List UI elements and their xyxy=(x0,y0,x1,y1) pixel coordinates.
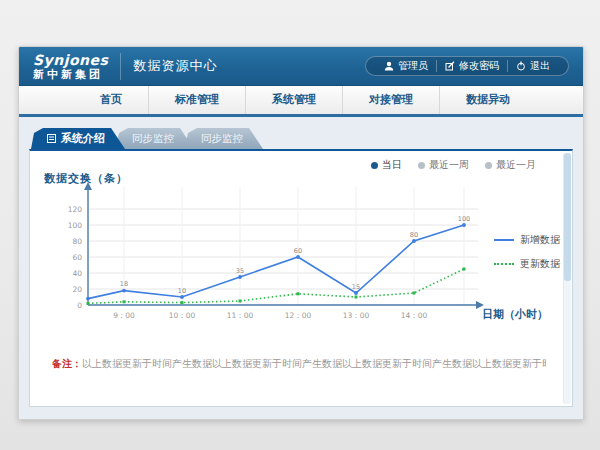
solid-line-swatch xyxy=(494,239,514,241)
data-point xyxy=(86,297,90,301)
data-point xyxy=(412,239,416,243)
legend-item-update-data[interactable]: 更新数据 xyxy=(494,257,560,271)
tab-label: 同步监控 xyxy=(132,128,174,149)
tab-sync-monitor-2[interactable]: 同步监控 xyxy=(185,128,263,149)
user-name: 管理员 xyxy=(398,59,428,73)
y-tick-label: 100 xyxy=(68,221,83,230)
nav-item-interface-mgmt[interactable]: 对接管理 xyxy=(342,86,439,114)
footnote: 备注：以上数据更新于时间产生数据以上数据更新于时间产生数据以上数据更新于时间产生… xyxy=(52,357,546,371)
tab-bar: 系统介绍 同步监控 同步监控 xyxy=(31,128,263,149)
app-title: 数据资源中心 xyxy=(133,57,217,75)
nav-item-data-change[interactable]: 数据异动 xyxy=(439,86,536,114)
radio-today[interactable]: 当日 xyxy=(371,158,402,172)
data-point xyxy=(462,223,466,227)
data-point-label: 100 xyxy=(458,215,470,223)
app-window: Synjones 新中新集团 数据资源中心 管理员 修改密码 xyxy=(18,46,584,420)
data-point-label: 15 xyxy=(352,283,360,291)
data-point xyxy=(297,292,300,295)
data-point-label: 80 xyxy=(410,231,418,239)
data-point xyxy=(180,295,184,299)
y-tick-label: 20 xyxy=(72,285,82,294)
x-axis-title: 日期（小时） xyxy=(482,307,548,322)
radio-last-week[interactable]: 最近一周 xyxy=(418,158,469,172)
scrollbar-thumb[interactable] xyxy=(564,153,571,281)
logo-text: Synjones xyxy=(33,53,108,67)
footnote-prefix: 备注： xyxy=(52,358,82,369)
nav-item-standard-mgmt[interactable]: 标准管理 xyxy=(148,86,245,114)
line-chart: 0204060801001209 : 0010 : 0011 : 0012 : … xyxy=(32,181,532,327)
y-axis-arrow xyxy=(84,182,92,190)
nav-item-home[interactable]: 首页 xyxy=(74,86,148,114)
radio-label: 最近一月 xyxy=(496,158,536,172)
footnote-text: 以上数据更新于时间产生数据以上数据更新于时间产生数据以上数据更新于时间产生数据以… xyxy=(82,358,546,369)
data-point xyxy=(122,289,126,293)
edit-icon xyxy=(445,61,455,71)
x-tick-label: 10 : 00 xyxy=(169,311,196,320)
dotted-line-swatch xyxy=(494,263,514,265)
x-tick-label: 14 : 00 xyxy=(401,311,428,320)
content-area: 系统介绍 同步监控 同步监控 当日 最近一周 xyxy=(19,117,583,420)
y-tick-label: 0 xyxy=(77,301,82,310)
data-point-label: 60 xyxy=(294,247,302,255)
x-tick-label: 12 : 00 xyxy=(285,311,312,320)
line-chart-svg: 0204060801001209 : 0010 : 0011 : 0012 : … xyxy=(32,181,532,327)
radio-label: 当日 xyxy=(382,158,402,172)
logout-label: 退出 xyxy=(530,59,550,73)
x-tick-label: 11 : 00 xyxy=(227,311,254,320)
user-icon xyxy=(384,61,394,71)
data-point xyxy=(87,302,90,305)
nav-item-system-mgmt[interactable]: 系统管理 xyxy=(245,86,342,114)
tab-sync-monitor-1[interactable]: 同步监控 xyxy=(116,128,194,149)
data-point xyxy=(413,292,416,295)
data-point xyxy=(239,300,242,303)
data-point xyxy=(238,275,242,279)
logo-subtext: 新中新集团 xyxy=(33,69,108,80)
legend-item-new-data[interactable]: 新增数据 xyxy=(494,233,560,247)
legend-label: 更新数据 xyxy=(520,257,560,271)
scrollbar[interactable] xyxy=(563,153,571,404)
chart-panel: 当日 最近一周 最近一月 数据交换（条） 0204060801001209 : … xyxy=(29,149,573,407)
chart-legend: 新增数据 更新数据 xyxy=(494,233,560,271)
data-point xyxy=(355,296,358,299)
radio-unselected-icon xyxy=(485,162,492,169)
x-tick-label: 13 : 00 xyxy=(343,311,370,320)
change-password-label: 修改密码 xyxy=(459,59,499,73)
x-tick-label: 9 : 00 xyxy=(113,311,135,320)
change-password-button[interactable]: 修改密码 xyxy=(437,59,507,73)
legend-label: 新增数据 xyxy=(520,233,560,247)
radio-unselected-icon xyxy=(418,162,425,169)
data-point-label: 35 xyxy=(236,267,244,275)
power-icon xyxy=(516,61,526,71)
series-line xyxy=(88,269,464,303)
time-range-filter: 当日 最近一周 最近一月 xyxy=(371,158,536,172)
user-toolbar: 管理员 修改密码 退出 xyxy=(365,56,569,76)
series-line xyxy=(88,225,464,299)
data-point-label: 10 xyxy=(178,287,186,295)
y-tick-label: 60 xyxy=(72,253,82,262)
logout-button[interactable]: 退出 xyxy=(508,59,558,73)
data-point xyxy=(296,255,300,259)
user-menu-button[interactable]: 管理员 xyxy=(376,59,436,73)
data-point xyxy=(354,291,358,295)
y-tick-label: 40 xyxy=(72,269,82,278)
y-tick-label: 120 xyxy=(68,205,83,214)
radio-label: 最近一周 xyxy=(429,158,469,172)
app-header: Synjones 新中新集团 数据资源中心 管理员 修改密码 xyxy=(19,47,583,86)
form-icon xyxy=(47,134,56,143)
y-tick-label: 80 xyxy=(72,237,82,246)
radio-selected-icon xyxy=(371,162,378,169)
data-point-label: 18 xyxy=(120,280,128,288)
main-nav: 首页 标准管理 系统管理 对接管理 数据异动 xyxy=(19,86,583,117)
data-point xyxy=(123,300,126,303)
data-point xyxy=(463,268,466,271)
logo: Synjones 新中新集团 xyxy=(33,53,121,80)
data-point xyxy=(181,301,184,304)
tab-label: 系统介绍 xyxy=(61,128,105,149)
radio-last-month[interactable]: 最近一月 xyxy=(485,158,536,172)
tab-label: 同步监控 xyxy=(201,128,243,149)
tab-system-intro[interactable]: 系统介绍 xyxy=(31,128,125,149)
